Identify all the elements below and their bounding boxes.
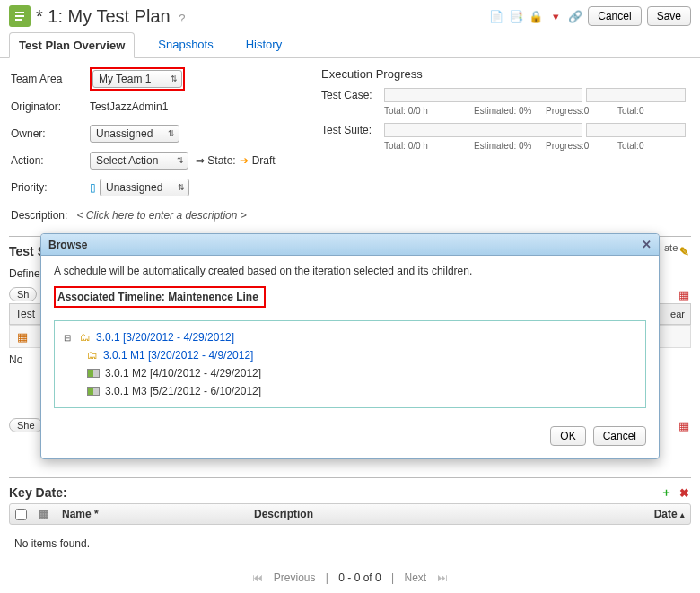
testplan-doc-icon [9, 5, 31, 27]
tab-snapshots[interactable]: Snapshots [149, 32, 222, 57]
col-desc[interactable]: Description [254, 508, 624, 520]
close-icon[interactable]: ✕ [642, 238, 652, 251]
ok-button[interactable]: OK [550, 426, 585, 446]
iteration-bar-icon [87, 369, 100, 378]
folder-icon: 🗂 [87, 349, 98, 362]
delete-icon[interactable]: ✖ [677, 485, 691, 500]
lock-icon[interactable]: 🔒 [529, 9, 543, 23]
export-pdf-icon[interactable]: ▾ [548, 9, 563, 23]
team-area-select[interactable]: My Team 1 [92, 70, 182, 88]
action-select[interactable]: Select Action [90, 152, 188, 170]
key-date-title: Key Date: [9, 485, 67, 500]
calendar-icon[interactable]: ▦ [677, 287, 691, 301]
type-col-icon[interactable]: ▦ [39, 508, 55, 520]
key-date-table-header: ▦ Name * Description Date ▴ [9, 503, 691, 525]
state-value: Draft [252, 154, 276, 167]
edit-icon[interactable]: ✎ [677, 244, 691, 258]
copy-icon[interactable]: 📄 [489, 9, 503, 23]
folder-icon: 🗂 [80, 331, 91, 344]
grid-icon[interactable]: ▦ [15, 329, 30, 344]
owner-select[interactable]: Unassigned [90, 125, 179, 143]
test-case-label: Test Case: [321, 89, 384, 101]
tab-overview[interactable]: Test Plan Overview [9, 32, 135, 58]
state-prefix: ⇒ State: [196, 154, 236, 167]
tc-total2: Total:0 [617, 106, 689, 116]
pager-prev[interactable]: Previous [274, 571, 316, 584]
iteration-m2[interactable]: 3.0.1 M2 [4/10/2012 - 4/29/2012] [105, 367, 261, 379]
cancel-button[interactable]: Cancel [588, 6, 641, 26]
browse-dialog: Browse ✕ A schedule will be automaticall… [40, 233, 660, 459]
dialog-intro: A schedule will be automatically created… [54, 265, 646, 277]
pager-range: 0 - 0 of 0 [338, 571, 381, 584]
pager: ⏮ Previous | 0 - 0 of 0 | Next ⏭ [9, 562, 691, 593]
no-items-message: No items found. [9, 525, 691, 562]
test-case-bar1 [384, 88, 582, 102]
iteration-tree: ⊟ 🗂 3.0.1 [3/20/2012 - 4/29/2012] 🗂 3.0.… [54, 320, 646, 408]
calendar-icon-2[interactable]: ▦ [677, 418, 691, 432]
test-suite-bar2 [586, 123, 686, 137]
iteration-m1[interactable]: 3.0.1 M1 [3/20/2012 - 4/9/2012] [103, 349, 253, 362]
dialog-cancel-button[interactable]: Cancel [593, 426, 646, 446]
priority-label: Priority: [11, 181, 90, 194]
description-placeholder[interactable]: < Click here to enter a description > [76, 209, 246, 222]
team-area-label: Team Area [11, 73, 90, 85]
col-name[interactable]: Name * [62, 508, 247, 520]
svg-rect-2 [15, 19, 22, 21]
priority-select[interactable]: Unassigned [100, 179, 189, 196]
owner-label: Owner: [11, 127, 90, 140]
she-button[interactable]: She [9, 418, 43, 432]
originator-label: Originator: [11, 100, 90, 113]
svg-rect-0 [15, 12, 24, 13]
test-case-bar2 [586, 88, 686, 102]
test-suite-label: Test Suite: [321, 124, 384, 136]
test-label: Test [15, 308, 35, 320]
tc-total: Total: 0/0 h [384, 106, 474, 116]
ate-fragment: ate [664, 242, 678, 253]
sh-button[interactable]: Sh [9, 287, 37, 301]
exec-progress-title: Execution Progress [321, 67, 689, 81]
page-title: * 1: My Test Plan ? [36, 6, 484, 27]
ts-progress: Progress:0 [546, 141, 617, 151]
tc-progress: Progress:0 [546, 106, 617, 116]
ts-total2: Total:0 [617, 141, 689, 151]
col-date[interactable]: Date ▴ [631, 508, 685, 520]
link-icon[interactable]: 🔗 [568, 9, 582, 23]
action-label: Action: [11, 154, 90, 167]
associated-timeline: Associated Timeline: Maintenence Line [54, 286, 266, 308]
pager-first-icon[interactable]: ⏮ [252, 571, 263, 584]
ear-fragment: ear [670, 309, 685, 319]
svg-rect-1 [15, 15, 24, 17]
ts-estimated: Estimated: 0% [474, 141, 546, 151]
iteration-m3[interactable]: 3.0.1 M3 [5/21/2012 - 6/10/2012] [105, 385, 261, 397]
save-button[interactable]: Save [647, 6, 691, 26]
tabs: Test Plan Overview Snapshots History [0, 32, 700, 58]
description-label: Description: [11, 209, 67, 222]
tab-history[interactable]: History [237, 32, 291, 57]
test-suite-bar1 [384, 123, 582, 137]
pager-last-icon[interactable]: ⏭ [437, 571, 448, 584]
originator-value: TestJazzAdmin1 [90, 100, 168, 113]
tree-collapse-icon[interactable]: ⊟ [64, 333, 74, 343]
select-all-checkbox[interactable] [15, 509, 27, 520]
iteration-bar-icon [87, 387, 100, 396]
ts-total: Total: 0/0 h [384, 141, 474, 151]
add-icon[interactable]: ＋ [659, 485, 673, 500]
state-arrow-icon: ➔ [240, 154, 249, 167]
help-icon[interactable]: ? [179, 12, 185, 25]
pager-next[interactable]: Next [405, 571, 427, 584]
dialog-title: Browse [48, 239, 87, 251]
priority-icon: ▯ [90, 181, 96, 194]
tc-estimated: Estimated: 0% [474, 106, 546, 116]
team-area-highlight: My Team 1 [90, 67, 185, 91]
iteration-root[interactable]: 3.0.1 [3/20/2012 - 4/29/2012] [96, 331, 234, 344]
duplicate-icon[interactable]: 📑 [509, 9, 523, 23]
